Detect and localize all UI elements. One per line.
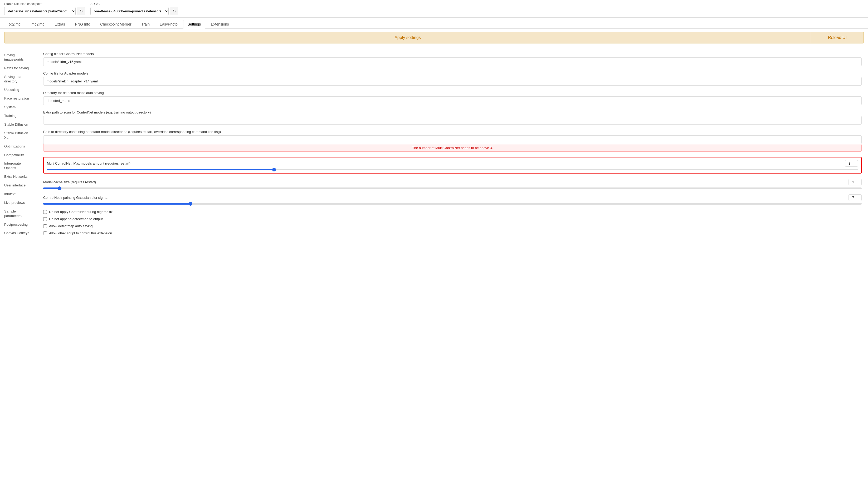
no-detectmap-label[interactable]: Do not append detectmap to output: [49, 217, 103, 221]
tab-png-info[interactable]: PNG Info: [71, 20, 95, 28]
extra-path-input[interactable]: [43, 116, 862, 125]
sidebar-item-saving-images[interactable]: Saving images/grids: [0, 51, 37, 64]
checkpoint-field: Stable Diffusion checkpoint deliberate_v…: [4, 2, 85, 15]
tab-settings[interactable]: Settings: [183, 20, 205, 29]
gaussian-blur-label: ControlNet inpainting Gaussian blur sigm…: [43, 196, 108, 200]
sidebar-item-saving-directory[interactable]: Saving to a directory: [0, 73, 37, 86]
controlnet-config-input[interactable]: [43, 57, 862, 66]
sidebar-item-extra-networks[interactable]: Extra Networks: [0, 172, 37, 181]
auto-saving-checkbox[interactable]: [43, 224, 47, 228]
annotator-path-input[interactable]: [43, 135, 862, 144]
adapter-config-label: Config file for Adapter models: [43, 71, 862, 75]
model-cache-value-input[interactable]: [849, 179, 862, 185]
tab-extras[interactable]: Extras: [50, 20, 70, 28]
auto-saving-label[interactable]: Allow detectmap auto saving: [49, 224, 92, 228]
vae-refresh-button[interactable]: ↻: [170, 7, 178, 15]
checkpoint-wrapper: deliberate_v2.safetensors [9aba26abdf] ↻: [4, 7, 85, 15]
extra-path-row: Extra path to scan for ControlNet models…: [43, 110, 862, 125]
sidebar-item-sampler-parameters[interactable]: Sampler parameters: [0, 207, 37, 221]
sidebar-item-postprocessing[interactable]: Postprocessing: [0, 221, 37, 229]
vae-label: SD VAE: [90, 2, 178, 6]
gaussian-blur-track[interactable]: [43, 203, 862, 205]
sidebar-item-interrogate[interactable]: Interrogate Options: [0, 159, 37, 172]
no-highres-row: Do not apply ControlNet during highres f…: [43, 210, 862, 214]
checkpoint-label: Stable Diffusion checkpoint: [4, 2, 85, 6]
vae-wrapper: vae-ft-mse-840000-ema-pruned.safetensors…: [90, 7, 178, 15]
multi-controlnet-track[interactable]: [47, 169, 858, 170]
multi-controlnet-header: Multi ControlNet: Max models amount (req…: [47, 160, 858, 167]
no-highres-checkbox[interactable]: [43, 210, 47, 214]
multi-controlnet-label: Multi ControlNet: Max models amount (req…: [47, 162, 130, 165]
gaussian-blur-header: ControlNet inpainting Gaussian blur sigm…: [43, 194, 862, 201]
allow-script-label[interactable]: Allow other script to control this exten…: [49, 231, 112, 235]
action-bar: Apply settings Reload UI: [0, 29, 868, 46]
gaussian-blur-fill: [43, 203, 190, 205]
sidebar-item-compatibility[interactable]: Compatibility: [0, 151, 37, 159]
sidebar-item-canvas-hotkeys[interactable]: Canvas Hotkeys: [0, 229, 37, 238]
no-detectmap-row: Do not append detectmap to output: [43, 217, 862, 221]
allow-script-row: Allow other script to control this exten…: [43, 231, 862, 235]
allow-script-checkbox[interactable]: [43, 231, 47, 235]
main-layout: Saving images/grids Paths for saving Sav…: [0, 46, 868, 494]
detected-maps-label: Directory for detected maps auto saving: [43, 91, 862, 95]
sidebar-item-paths-saving[interactable]: Paths for saving: [0, 64, 37, 73]
error-message: The number of Multi ControlNet needs to …: [43, 144, 862, 152]
detected-maps-input[interactable]: [43, 96, 862, 105]
gaussian-blur-value-input[interactable]: [849, 194, 862, 201]
tab-extensions[interactable]: Extensions: [206, 20, 233, 28]
sidebar-item-stable-diffusion-xl[interactable]: Stable Diffusion XL: [0, 129, 37, 142]
model-cache-header: Model cache size (requires restart): [43, 179, 862, 185]
multi-controlnet-fill: [47, 169, 274, 170]
no-highres-label[interactable]: Do not apply ControlNet during highres f…: [49, 210, 112, 214]
reload-ui-button[interactable]: Reload UI: [811, 32, 864, 43]
tab-img2img[interactable]: img2img: [26, 20, 49, 28]
extra-path-label: Extra path to scan for ControlNet models…: [43, 110, 862, 114]
adapter-config-input[interactable]: [43, 77, 862, 86]
multi-controlnet-row: Multi ControlNet: Max models amount (req…: [43, 157, 862, 173]
tab-txt2img[interactable]: txt2img: [4, 20, 25, 28]
checkpoint-refresh-button[interactable]: ↻: [77, 7, 85, 15]
controlnet-config-row: Config file for Control Net models: [43, 52, 862, 66]
tab-train[interactable]: Train: [137, 20, 154, 28]
sidebar-item-live-previews[interactable]: Live previews: [0, 198, 37, 207]
apply-settings-button[interactable]: Apply settings: [4, 32, 811, 43]
model-cache-thumb[interactable]: [58, 186, 61, 190]
annotator-path-label: Path to directory containing annotator m…: [43, 130, 862, 134]
model-cache-fill: [43, 188, 59, 189]
auto-saving-row: Allow detectmap auto saving: [43, 224, 862, 228]
nav-tabs: txt2img img2img Extras PNG Info Checkpoi…: [0, 18, 868, 29]
adapter-config-row: Config file for Adapter models: [43, 71, 862, 86]
model-cache-track[interactable]: [43, 188, 862, 189]
gaussian-blur-thumb[interactable]: [189, 202, 192, 206]
sidebar-item-stable-diffusion[interactable]: Stable Diffusion: [0, 120, 37, 129]
sidebar-item-optimizations[interactable]: Optimizations: [0, 142, 37, 151]
sidebar-item-infotext[interactable]: Infotext: [0, 190, 37, 198]
content-area: Config file for Control Net models Confi…: [37, 46, 868, 494]
gaussian-blur-row: ControlNet inpainting Gaussian blur sigm…: [43, 194, 862, 205]
checkpoint-select[interactable]: deliberate_v2.safetensors [9aba26abdf]: [4, 7, 76, 15]
annotator-path-row: Path to directory containing annotator m…: [43, 130, 862, 152]
sidebar: Saving images/grids Paths for saving Sav…: [0, 46, 37, 494]
vae-select[interactable]: vae-ft-mse-840000-ema-pruned.safetensors: [90, 7, 169, 15]
sidebar-item-upscaling[interactable]: Upscaling: [0, 86, 37, 94]
sidebar-item-face-restoration[interactable]: Face restoration: [0, 94, 37, 103]
sidebar-item-user-interface[interactable]: User interface: [0, 181, 37, 190]
controlnet-config-label: Config file for Control Net models: [43, 52, 862, 56]
sidebar-item-system[interactable]: System: [0, 103, 37, 112]
tab-easyphoto[interactable]: EasyPhoto: [155, 20, 182, 28]
multi-controlnet-thumb[interactable]: [272, 168, 276, 171]
model-cache-label: Model cache size (requires restart): [43, 180, 96, 184]
tab-checkpoint-merger[interactable]: Checkpoint Merger: [96, 20, 136, 28]
vae-field: SD VAE vae-ft-mse-840000-ema-pruned.safe…: [90, 2, 178, 15]
no-detectmap-checkbox[interactable]: [43, 217, 47, 221]
model-cache-row: Model cache size (requires restart): [43, 179, 862, 189]
multi-controlnet-value-input[interactable]: [845, 160, 858, 167]
detected-maps-row: Directory for detected maps auto saving: [43, 91, 862, 105]
sidebar-item-training[interactable]: Training: [0, 112, 37, 120]
top-bar: Stable Diffusion checkpoint deliberate_v…: [0, 0, 868, 18]
